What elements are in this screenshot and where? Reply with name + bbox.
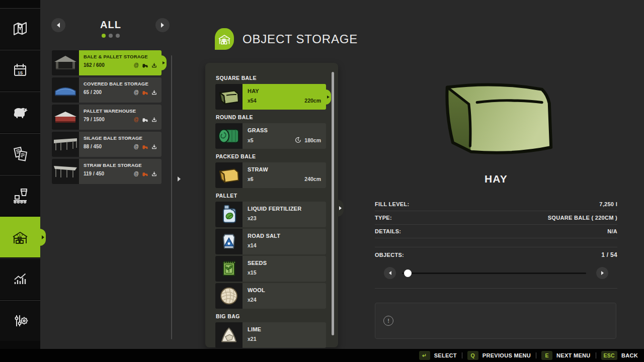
section-label: ROUND BALE xyxy=(216,114,326,120)
storage-count: 88 / 450 xyxy=(84,144,102,149)
hint-previous-menu[interactable]: Q PREVIOUS MENU xyxy=(467,351,531,360)
liquid-fertilizer-icon xyxy=(215,202,243,227)
hint-select[interactable]: ↵ SELECT xyxy=(419,351,457,360)
statistics-icon xyxy=(11,270,29,288)
item-row-lime[interactable]: LIME x21 xyxy=(215,322,326,348)
unload-icon xyxy=(151,171,157,176)
section-label: PALLET xyxy=(216,193,326,199)
objects-value: 1 / 54 xyxy=(601,251,617,258)
storage-thumbnail xyxy=(52,77,79,103)
category-prev-button[interactable] xyxy=(51,18,65,32)
chevron-left-icon xyxy=(389,271,391,275)
item-preview-image xyxy=(430,73,562,160)
item-row-straw[interactable]: STRAW x6 240cm xyxy=(215,162,326,188)
at-icon: @ xyxy=(134,90,139,95)
sidebar-item-map[interactable] xyxy=(0,8,40,49)
item-selected-indicator xyxy=(326,89,331,105)
esc-key: ESC xyxy=(601,351,618,360)
type-row: TYPE: SQUARE BALE ( 220CM ) xyxy=(375,211,617,225)
storage-thumbnail xyxy=(52,50,79,75)
sidebar-item-storage[interactable] xyxy=(0,217,40,257)
storage-row-straw-bale[interactable]: STRAW BALE STORAGE 119 / 450 @ xyxy=(52,159,162,184)
storage-count: 119 / 450 xyxy=(84,171,104,176)
item-row-seeds[interactable]: SEEDS x15 xyxy=(215,256,326,282)
section-label: SQUARE BALE xyxy=(216,75,326,81)
info-message-box: ! xyxy=(375,303,616,339)
at-icon: @ xyxy=(134,63,139,68)
item-row-liquid-fertilizer[interactable]: LIQUID FERTILIZER x23 xyxy=(215,202,326,227)
unload-icon xyxy=(151,144,157,149)
hint-label: BACK xyxy=(621,352,638,358)
section-label: BIG BAG xyxy=(216,313,326,319)
item-count: x54 xyxy=(248,98,257,104)
item-name: SEEDS xyxy=(248,260,321,266)
storage-list-scrollbar[interactable] xyxy=(171,55,172,339)
separator xyxy=(375,288,617,289)
page-dot[interactable] xyxy=(116,34,120,38)
divider xyxy=(596,352,596,358)
storage-row-pallet-warehouse[interactable]: PALLET WAREHOUSE 79 / 1500 @ xyxy=(52,105,162,130)
storage-count: 65 / 200 xyxy=(84,89,102,95)
item-browser-scrollbar[interactable] xyxy=(332,72,334,335)
hint-back[interactable]: ESC BACK xyxy=(601,351,638,360)
sidebar-item-animals[interactable] xyxy=(0,92,40,132)
type-value: SQUARE BALE ( 220CM ) xyxy=(548,215,617,221)
slider-handle[interactable] xyxy=(404,269,412,277)
storage-count: 79 / 1500 xyxy=(84,117,105,122)
hint-label: SELECT xyxy=(434,352,457,358)
page-indicator xyxy=(65,34,156,38)
details-label: DETAILS: xyxy=(375,228,401,234)
storage-row-silage-bale[interactable]: SILAGE BALE STORAGE 88 / 450 @ xyxy=(52,132,162,157)
wool-icon xyxy=(215,283,243,309)
storage-thumbnail xyxy=(52,132,79,157)
item-name: LIQUID FERTILIZER xyxy=(248,206,321,212)
item-count: x21 xyxy=(248,336,257,342)
details-row: DETAILS: N/A xyxy=(375,224,617,238)
item-name: ROAD SALT xyxy=(248,233,321,239)
item-detail-title: HAY xyxy=(375,173,617,185)
item-row-wool[interactable]: WOOL x24 xyxy=(215,283,326,309)
storage-row-bale-pallet[interactable]: BALE & PALLET STORAGE 162 / 600 @ xyxy=(52,50,162,75)
item-browser-panel: SQUARE BALE HAY x54 220cm ROUND BALE xyxy=(205,63,338,347)
warehouse-pin-icon xyxy=(215,28,234,50)
slider-prev-button[interactable] xyxy=(384,267,396,279)
chevron-right-icon xyxy=(339,206,342,210)
item-row-grass[interactable]: GRASS x5 180cm xyxy=(215,123,326,149)
cow-icon xyxy=(11,103,29,121)
item-size: 220cm xyxy=(304,98,321,104)
sidebar-item-contracts[interactable] xyxy=(0,133,40,174)
hint-next-menu[interactable]: E NEXT MENU xyxy=(541,351,590,360)
warehouse-icon xyxy=(11,228,30,246)
detail-expand-arrow[interactable] xyxy=(337,200,344,217)
storage-name: SILAGE BALE STORAGE xyxy=(84,135,157,141)
item-row-hay[interactable]: HAY x54 220cm xyxy=(215,84,326,110)
at-icon: @ xyxy=(134,117,139,122)
map-icon xyxy=(11,20,29,38)
slider-next-button[interactable] xyxy=(596,267,608,279)
sidebar-item-calendar[interactable]: 15 xyxy=(0,50,40,90)
chevron-right-icon xyxy=(601,271,604,275)
divider xyxy=(462,352,462,358)
calendar-icon: 15 xyxy=(11,61,29,79)
item-name: WOOL xyxy=(248,287,321,293)
page-dot[interactable] xyxy=(102,34,106,38)
chevron-left-icon xyxy=(57,23,60,28)
tractor-icon xyxy=(142,144,148,149)
panel-expand-arrow[interactable] xyxy=(178,176,181,182)
fill-level-value: 7,250 l xyxy=(599,201,617,207)
sidebar-item-settings[interactable] xyxy=(0,300,40,341)
storage-row-covered-bale[interactable]: COVERED BALE STORAGE 65 / 200 @ xyxy=(52,77,162,103)
item-row-road-salt[interactable]: ROAD SALT x14 xyxy=(215,229,326,254)
chevron-right-icon xyxy=(178,176,181,182)
page-title: OBJECT STORAGE xyxy=(243,32,358,46)
sidebar-item-statistics[interactable] xyxy=(0,258,40,299)
settings-icon xyxy=(11,312,29,330)
e-key: E xyxy=(541,351,552,360)
item-count: x6 xyxy=(248,176,254,182)
sidebar-item-production[interactable] xyxy=(0,175,40,216)
item-name: LIME xyxy=(248,326,321,332)
seeds-icon xyxy=(215,256,243,282)
category-next-button[interactable] xyxy=(155,18,170,32)
slider-track[interactable] xyxy=(402,273,586,274)
page-dot[interactable] xyxy=(109,34,113,38)
